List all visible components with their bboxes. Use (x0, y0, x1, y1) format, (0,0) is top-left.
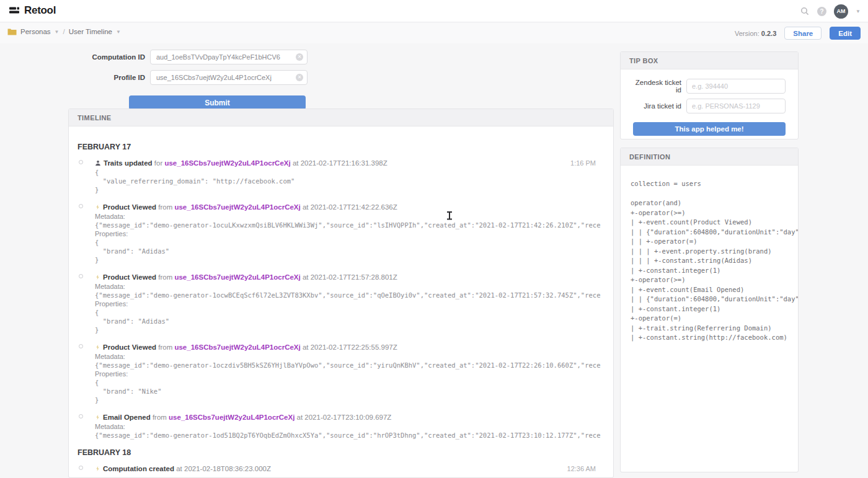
breadcrumb-bar: Personas ▼ / User Timeline ▼ Version: 0.… (0, 23, 868, 43)
event-json-line: "value_referrering_domain": "http://face… (95, 177, 601, 185)
personas-chevron-down-icon[interactable]: ▼ (55, 29, 60, 35)
event-json-line: } (95, 325, 601, 334)
folder-icon (7, 28, 17, 35)
event-title: Product Viewed (103, 273, 156, 281)
user-timeline-chevron-down-icon[interactable]: ▼ (116, 29, 121, 35)
event-json-line: } (95, 255, 601, 264)
event-marker-icon[interactable] (79, 466, 83, 470)
event-user-id-link[interactable]: use_16SCbs7uejtW2y2uL4P1ocrCeXj (174, 273, 300, 281)
event-json-line: "brand": "Adidas" (95, 317, 601, 325)
definition-code-line: | | | +-constant.string(Adidas) (631, 256, 788, 266)
breadcrumb-item-personas[interactable]: Personas (20, 28, 51, 35)
timeline-date-header: FEBRUARY 18 (78, 448, 601, 457)
event-title: Product Viewed (103, 203, 156, 211)
event-user-id-link[interactable]: use_16SCbs7uejtW2y2uL4P1ocrCeXj (174, 343, 300, 351)
lightning-icon (95, 414, 100, 422)
event-json-line: {"message_id":"demo-generator-1oczdiv5BH… (95, 361, 601, 370)
definition-code-line: | | {"duration":604800,"durationUnit":"d… (631, 228, 788, 237)
submit-button[interactable]: Submit (129, 95, 306, 110)
computation-id-label: Computation ID (87, 53, 145, 61)
event-title-row: Product Viewed from use_16SCbs7uejtW2y2u… (95, 343, 601, 352)
definition-code-line: | +-event.count(Product Viewed) (631, 218, 788, 228)
timeline-event: Traits updated for use_16SCbs7uejtW2y2uL… (87, 159, 601, 194)
definition-code-line: | +-constant.string(http://facebook.com) (631, 333, 788, 343)
timeline-event: Product Viewed from use_16SCbs7uejtW2y2u… (87, 343, 601, 404)
breadcrumb-item-user-timeline[interactable]: User Timeline (69, 28, 112, 35)
definition-panel: DEFINITION collection = users operator(a… (620, 148, 799, 472)
top-bar: Retool ? AM ▼ (0, 0, 868, 22)
search-icon[interactable] (800, 6, 810, 16)
computation-clear-icon[interactable]: ✕ (296, 53, 303, 61)
timeline-event: Product Viewed from use_16SCbs7uejtW2y2u… (87, 203, 601, 264)
definition-code-line: | +-trait.string(Referrering Domain) (631, 324, 788, 334)
logo-text: Retool (24, 4, 56, 17)
definition-code-line: | | {"duration":604800,"durationUnit":"d… (631, 294, 788, 304)
event-marker-icon[interactable] (79, 160, 83, 164)
event-connector: from (156, 203, 174, 211)
event-timestamp: at 2021-02-17T21:57:28.801Z (303, 273, 397, 281)
event-block-label: Metadata: (95, 212, 601, 221)
event-time-of-day: 1:16 PM (570, 159, 596, 167)
definition-code-line: collection = users (631, 179, 788, 189)
event-json-line: { (95, 308, 601, 317)
event-block-label: Properties: (95, 229, 601, 238)
profile-id-input[interactable] (150, 70, 308, 85)
event-json-line: {"message_id":"demo-generator-1ocuLKxwzx… (95, 221, 601, 229)
event-title-row: Product Viewed from use_16SCbs7uejtW2y2u… (95, 203, 601, 212)
event-user-id-link[interactable]: use_16SCbs7uejtW2y2uL4P1ocrCeXj (164, 159, 290, 167)
event-user-id-link[interactable]: use_16SCbs7uejtW2y2uL4P1ocrCeXj (169, 414, 294, 421)
zendesk-ticket-label: Zendesk ticket id (633, 79, 681, 94)
event-time-of-day: 12:36 AM (567, 464, 596, 473)
event-json-line: } (95, 185, 601, 194)
query-form: Computation ID ✕ Profile ID ✕ Submit (87, 50, 308, 110)
timeline-date-header: FEBRUARY 17 (78, 143, 601, 151)
definition-code-line: +-operator(>=) (631, 208, 788, 218)
event-marker-icon[interactable] (79, 274, 83, 278)
definition-header: DEFINITION (621, 148, 798, 166)
tip-box-panel: TIP BOX Zendesk ticket id Jira ticket id… (620, 51, 799, 139)
account-chevron-down-icon[interactable]: ▼ (856, 9, 861, 14)
edit-button[interactable]: Edit (830, 27, 861, 40)
event-timestamp: at 2021-02-18T08:36:23.000Z (176, 465, 271, 472)
zendesk-ticket-input[interactable] (686, 79, 786, 94)
event-marker-icon[interactable] (79, 204, 83, 208)
computation-id-input[interactable] (150, 50, 308, 64)
timeline-event: Product Viewed from use_16SCbs7uejtW2y2u… (87, 273, 601, 334)
event-timestamp: at 2021-02-17T23:10:09.697Z (297, 414, 392, 421)
lightning-icon (95, 203, 100, 212)
jira-ticket-input[interactable] (686, 99, 786, 113)
retool-logo[interactable]: Retool (9, 4, 56, 17)
version-label: Version: 0.2.3 (735, 30, 776, 37)
lightning-icon (95, 343, 100, 352)
event-json-line: {"message_id":"demo-generator-1ocwBCEqSc… (95, 291, 601, 299)
timeline-event: Email Opened from use_16SCbs7uejtW2y2uL4… (87, 413, 601, 440)
text-cursor (447, 211, 452, 219)
avatar[interactable]: AM (834, 4, 848, 19)
definition-code-line: +-operator(>=) (631, 275, 788, 285)
event-connector: from (156, 343, 174, 351)
person-icon (95, 159, 101, 168)
event-title-row: Traits updated for use_16SCbs7uejtW2y2uL… (95, 159, 601, 168)
event-title-row: Computation created at 2021-02-18T08:36:… (95, 464, 601, 474)
definition-code-line: | +-constant.integer(1) (631, 304, 788, 314)
breadcrumb-separator: / (63, 28, 65, 35)
tip-box-header: TIP BOX (621, 52, 798, 69)
lightning-icon (95, 465, 100, 474)
profile-clear-icon[interactable]: ✕ (296, 74, 303, 81)
definition-code-line: operator(and) (631, 198, 788, 208)
timeline-panel: TIMELINE FEBRUARY 17Traits updated for u… (68, 108, 614, 478)
event-connector: from (151, 414, 169, 421)
event-json-line: { (95, 238, 601, 247)
event-json-line: "brand": "Nike" (95, 387, 601, 396)
event-block-label: Properties: (95, 370, 601, 378)
event-title: Email Opened (103, 414, 151, 421)
event-marker-icon[interactable] (79, 344, 83, 348)
event-block-label: Metadata: (95, 352, 601, 361)
help-icon[interactable]: ? (817, 7, 826, 16)
event-user-id-link[interactable]: use_16SCbs7uejtW2y2uL4P1ocrCeXj (174, 203, 300, 211)
event-marker-icon[interactable] (79, 414, 83, 418)
event-block-label: Metadata: (95, 282, 601, 291)
retool-logo-icon (9, 5, 20, 16)
share-button[interactable]: Share (784, 27, 822, 40)
app-helped-button[interactable]: This app helped me! (633, 122, 786, 136)
